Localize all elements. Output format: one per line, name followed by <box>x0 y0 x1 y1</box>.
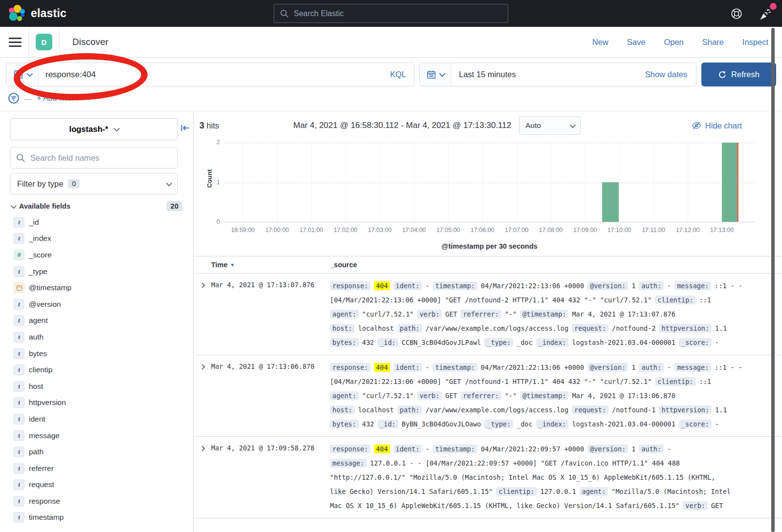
row-timestamp: Mar 4, 2021 @ 17:13:06.870 <box>211 361 330 431</box>
chevron-down-icon <box>439 71 446 77</box>
calendar-icon <box>427 70 436 79</box>
row-source: response:404ident:-timestamp:04/Mar/2021… <box>330 279 782 350</box>
table-row: Mar 4, 2021 @ 17:13:06.870response:404id… <box>194 355 782 437</box>
highlighted-value: 404 <box>374 363 390 372</box>
string-type-icon: t <box>14 463 24 474</box>
field-item-message[interactable]: tmessage <box>10 427 183 444</box>
field-value: localhost <box>358 406 394 414</box>
help-icon[interactable] <box>730 7 743 20</box>
show-dates-button[interactable]: Show dates <box>636 63 696 86</box>
field-value: "-" <box>505 392 517 400</box>
navbar-actions: NewSaveOpenShareInspect <box>592 38 768 47</box>
expand-row-icon[interactable] <box>194 361 211 431</box>
field-search-input[interactable]: Search field names <box>10 147 178 169</box>
query-section: response:404 KQL Last 15 minutes Show da… <box>0 58 782 111</box>
nav-action-share[interactable]: Share <box>702 38 724 47</box>
field-item-_id[interactable]: t_id <box>10 214 183 231</box>
field-item-@timestamp[interactable]: @timestamp <box>10 279 183 296</box>
document-table: Mar 4, 2021 @ 17:13:07.876response:404id… <box>194 274 782 518</box>
field-label: agent: <box>330 310 359 319</box>
field-value: - <box>425 282 429 290</box>
field-item-request[interactable]: trequest <box>10 477 183 493</box>
field-value: GET <box>445 392 457 400</box>
time-picker-menu-button[interactable] <box>420 63 451 86</box>
y-gridline <box>224 143 755 143</box>
discover-app-icon[interactable]: D <box>36 34 52 50</box>
field-item-timestamp[interactable]: ttimestamp <box>10 510 183 526</box>
global-search-input[interactable]: Search Elastic <box>274 4 508 23</box>
saved-query-menu-button[interactable] <box>6 63 39 86</box>
available-fields-header[interactable]: Available fields 20 <box>10 201 183 211</box>
field-label: bytes: <box>330 420 359 428</box>
refresh-button[interactable]: Refresh <box>701 63 776 86</box>
y-tick-label: 1 <box>210 179 220 186</box>
eye-slash-icon <box>692 121 701 130</box>
filter-icon[interactable] <box>8 92 20 104</box>
field-name: clientip <box>29 365 52 374</box>
field-label: auth: <box>639 445 664 453</box>
field-item-ident[interactable]: tident <box>10 411 183 427</box>
collapse-sidebar-icon[interactable] <box>180 123 190 135</box>
hits-count: 3 hits <box>199 121 293 131</box>
expand-row-icon[interactable] <box>194 279 211 350</box>
histogram-bar[interactable] <box>602 182 619 222</box>
sort-desc-icon: ▼ <box>230 262 235 268</box>
string-type-icon: t <box>14 299 24 310</box>
news-party-icon[interactable] <box>760 7 773 21</box>
field-value: /notfound-1 <box>612 406 655 414</box>
search-icon <box>16 153 25 163</box>
divider <box>28 27 29 58</box>
histogram-bar[interactable] <box>722 143 739 222</box>
field-name: auth <box>29 333 43 341</box>
nav-action-open[interactable]: Open <box>664 38 683 47</box>
query-language-button[interactable]: KQL <box>382 63 414 86</box>
x-tick-label: 17:12:00 <box>676 227 700 234</box>
chevron-down-icon <box>114 126 120 132</box>
field-label: message: <box>330 459 367 468</box>
field-value: - <box>667 363 671 371</box>
add-filter-button[interactable]: + Add filter <box>37 94 74 103</box>
field-item-_score[interactable]: #_score <box>10 247 183 263</box>
field-label: auth: <box>639 363 664 372</box>
nav-action-save[interactable]: Save <box>627 38 646 47</box>
filter-by-type-button[interactable]: Filter by type 0 <box>10 173 178 194</box>
field-item-_type[interactable]: t_type <box>10 263 183 280</box>
hide-chart-button[interactable]: Hide chart <box>692 121 742 130</box>
chart-plot-area[interactable] <box>224 143 755 222</box>
field-item-referrer[interactable]: treferrer <box>10 460 183 477</box>
field-value: Mar 4, 2021 @ 17:13:07.876 <box>572 310 675 318</box>
field-label: message: <box>674 363 711 372</box>
time-range-display[interactable]: Last 15 minutes <box>451 63 636 86</box>
elastic-logo[interactable]: elastic <box>8 4 66 22</box>
chevron-down-icon <box>570 122 576 128</box>
field-item-@version[interactable]: t@version <box>10 296 183 313</box>
nav-action-inspect[interactable]: Inspect <box>742 38 768 47</box>
interval-select[interactable]: Auto <box>519 116 581 135</box>
field-item-response[interactable]: tresponse <box>10 493 183 510</box>
field-item-agent[interactable]: tagent <box>10 313 183 329</box>
index-pattern-select[interactable]: logstash-* <box>10 118 178 140</box>
vertical-scrollbar[interactable] <box>771 28 775 532</box>
field-item-clientip[interactable]: tclientip <box>10 362 183 378</box>
field-value: 04/Mar/2021:22:13:06 +0000 <box>481 363 584 371</box>
menu-icon[interactable] <box>9 38 22 47</box>
nav-action-new[interactable]: New <box>592 38 608 47</box>
query-input[interactable]: response:404 <box>39 63 382 86</box>
field-item-bytes[interactable]: tbytes <box>10 345 183 362</box>
field-name: @timestamp <box>29 283 71 292</box>
fields-list: t_idt_index#_scoret_type@timestampt@vers… <box>10 214 183 526</box>
field-item-path[interactable]: tpath <box>10 444 183 460</box>
index-pattern-name: logstash-* <box>69 125 109 134</box>
x-tick-label: 17:09:00 <box>573 227 597 234</box>
field-value: 127.0.0.1 <box>540 488 576 495</box>
field-item-_index[interactable]: t_index <box>10 231 183 247</box>
field-item-host[interactable]: thost <box>10 378 183 395</box>
column-header-time[interactable]: Time▼ <box>211 261 330 269</box>
field-value: ::1 - - <box>715 363 742 371</box>
date-type-icon <box>14 282 24 293</box>
histogram-chart[interactable]: Count 012 16:59:0017:00:0017:01:0017:02:… <box>194 140 782 256</box>
expand-row-icon[interactable] <box>194 442 211 513</box>
field-item-httpversion[interactable]: thttpversion <box>10 395 183 411</box>
column-header-source: _source <box>330 261 357 269</box>
field-item-auth[interactable]: tauth <box>10 329 183 345</box>
